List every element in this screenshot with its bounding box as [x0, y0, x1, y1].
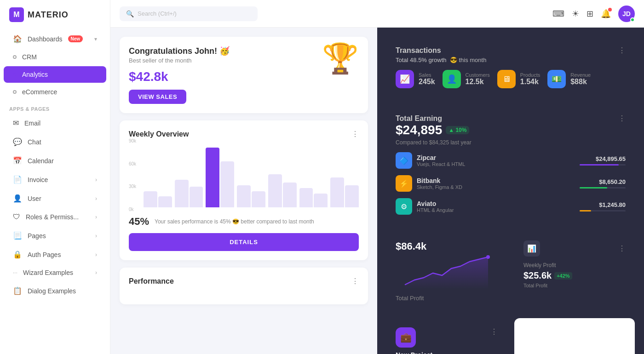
trophy-emoji: 🏆	[322, 41, 359, 76]
customers-icon: 👤	[443, 70, 461, 88]
search-placeholder: Search (Ctrl+/)	[138, 10, 177, 17]
sidebar-item-chat[interactable]: 💬 Chat	[4, 133, 106, 151]
sidebar-item-auth[interactable]: 🔒 Auth Pages ›	[4, 246, 106, 263]
sidebar-item-email[interactable]: ✉ Email	[4, 114, 106, 132]
products-icon: 🖥	[497, 70, 516, 88]
home-icon: 🏠	[13, 34, 22, 43]
profit-sublabel: Total Profit	[523, 283, 626, 288]
profit-menu-icon[interactable]: ⋮	[618, 244, 626, 253]
sidebar: M MATERIO 🏠 Dashboards New ▾ CRM Analyti…	[0, 0, 110, 354]
translate-icon[interactable]: ⌨	[552, 9, 564, 19]
sidebar-item-label: Pages	[28, 232, 46, 240]
transactions-card: Transactions ⋮ Total 48.5% growth 😎 this…	[386, 37, 635, 97]
sidebar-item-analytics[interactable]: Analytics	[4, 66, 106, 83]
email-icon: ✉	[13, 119, 19, 127]
bitbank-right: $8,650.20	[580, 178, 626, 188]
performance-menu-icon[interactable]: ⋮	[351, 277, 359, 285]
zipcar-progress-fill	[580, 164, 619, 166]
project-menu-icon[interactable]: ⋮	[490, 327, 498, 336]
metric-customers-info: Customers 12.5k	[466, 72, 490, 86]
zipcar-right: $24,895.65	[580, 155, 626, 166]
bar	[330, 177, 344, 207]
metric-customers: 👤 Customers 12.5k	[443, 70, 490, 88]
transactions-metrics: 📈 Sales 245k 👤 Customers 12.5k	[396, 70, 626, 88]
bar	[144, 191, 157, 207]
calendar-icon: 📅	[13, 156, 22, 165]
earning-item-aviato: ⚙ Aviato HTML & Angular $1,245.80	[396, 198, 626, 215]
bar-group	[237, 185, 265, 207]
sidebar-item-label: Wizard Examples	[23, 269, 73, 276]
chevron-right-icon: ›	[95, 177, 97, 183]
chevron-right-icon: ›	[95, 214, 97, 220]
weekly-title: Weekly Overview	[129, 130, 189, 138]
weekly-footer: 45% Your sales performance is 45% 😎 bett…	[129, 216, 359, 228]
sidebar-item-user[interactable]: 👤 User ›	[4, 189, 106, 207]
transactions-header: Transactions ⋮	[396, 46, 626, 55]
nav-dot-analytics	[13, 73, 17, 76]
shield-icon: 🛡	[13, 213, 20, 221]
sidebar-item-invoice[interactable]: 📄 Invoice ›	[4, 171, 106, 188]
new-badge: New	[68, 35, 83, 42]
avatar-wrapper[interactable]: JD	[618, 6, 635, 22]
section-label-apps: APPS & PAGES	[0, 101, 110, 114]
sidebar-item-label: Auth Pages	[28, 251, 61, 258]
chevron-right-icon: ›	[95, 269, 97, 276]
topbar-icons: ⌨ ☀ ⊞ 🔔 JD	[552, 6, 635, 22]
dialog-icon: 📋	[13, 286, 22, 295]
sidebar-item-label: Chat	[28, 138, 41, 146]
sidebar-item-dashboards[interactable]: 🏠 Dashboards New ▾	[4, 30, 106, 48]
earning-menu-icon[interactable]: ⋮	[618, 114, 626, 123]
chevron-right-icon: ›	[95, 195, 97, 202]
zipcar-logo: 🔷	[396, 152, 412, 169]
lock-icon: 🔒	[13, 250, 22, 259]
bar	[268, 174, 282, 207]
chevron-right-icon: ›	[95, 233, 97, 239]
total-profit-stats-card: 📊 ⋮ Weekly Profit $25.6k +42% Total Prof…	[514, 231, 635, 311]
svg-point-0	[486, 255, 490, 259]
weekly-chart: 90k 60k 30k 0k	[129, 138, 359, 212]
profit-title: Weekly Profit	[523, 262, 626, 268]
bell-icon[interactable]: 🔔	[601, 9, 611, 19]
earning-header: Total Earning ⋮	[396, 114, 626, 123]
bar-group	[330, 177, 359, 207]
sidebar-item-pages[interactable]: 📃 Pages ›	[4, 227, 106, 245]
sidebar-item-label: eCommerce	[22, 88, 57, 96]
details-button[interactable]: DETAILS	[129, 233, 359, 251]
project-info: 💼 New Project 862 -18% Yearly Project	[396, 327, 432, 354]
transactions-menu-icon[interactable]: ⋮	[618, 46, 626, 55]
search-bar[interactable]: 🔍 Search (Ctrl+/)	[120, 6, 258, 21]
bar-group	[268, 174, 297, 207]
aviato-info: Aviato HTML & Angular	[417, 200, 454, 213]
chevron-right-icon: ›	[95, 251, 97, 258]
sidebar-item-ecommerce[interactable]: eCommerce	[4, 84, 106, 100]
bar	[158, 196, 172, 207]
profit-stat: $86.4k	[396, 240, 498, 252]
new-project-card: 💼 New Project 862 -18% Yearly Project ⋮	[386, 318, 507, 354]
earning-title: Total Earning	[396, 114, 442, 123]
weekly-menu-icon[interactable]: ⋮	[351, 130, 359, 138]
bar	[299, 188, 313, 207]
sidebar-item-dialog[interactable]: 📋 Dialog Examples	[4, 282, 106, 300]
sidebar-item-roles[interactable]: 🛡 Roles & Permiss... ›	[4, 208, 106, 226]
logo-icon: M	[9, 7, 24, 22]
theme-icon[interactable]: ☀	[572, 9, 579, 19]
sidebar-item-wizard[interactable]: ··· Wizard Examples ›	[4, 264, 106, 281]
bars-container	[144, 143, 359, 207]
bitbank-progress	[580, 187, 626, 188]
right-panel: Transactions ⋮ Total 48.5% growth 😎 this…	[377, 28, 644, 354]
sidebar-item-calendar[interactable]: 📅 Calendar	[4, 152, 106, 170]
sidebar-item-label: User	[28, 195, 41, 202]
view-sales-button[interactable]: VIEW SALES	[129, 90, 186, 104]
project-logos-row: 💼 New Project 862 -18% Yearly Project ⋮	[386, 318, 635, 354]
bar	[237, 185, 251, 207]
bar	[175, 180, 189, 207]
nav-dot-ecommerce	[13, 90, 17, 94]
profit-chart-label: Total Profit	[396, 295, 498, 302]
sidebar-item-label: Analytics	[22, 71, 48, 78]
aviato-logo: ⚙	[396, 198, 412, 215]
sidebar-item-crm[interactable]: CRM	[4, 49, 106, 65]
apps-grid-icon[interactable]: ⊞	[586, 9, 593, 19]
aviato-progress	[580, 210, 626, 211]
bar-group	[144, 191, 172, 207]
zipcar-progress	[580, 164, 626, 166]
